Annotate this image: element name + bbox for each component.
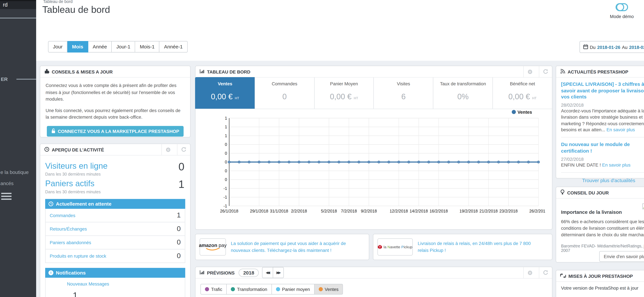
refresh-icon <box>543 270 548 275</box>
kpi-tab-panier-moyen[interactable]: Panier Moyen 0,00 € HT <box>314 78 374 109</box>
menu-collapse-icon[interactable] <box>1 193 12 200</box>
date-range-picker[interactable]: Du 2018-01-26 Au 2018-02-26 ▼ <box>580 41 644 53</box>
calendar-icon <box>583 44 588 50</box>
panel-tdb-header: TABLEAU DE BORD ⚙ <box>196 66 552 78</box>
pending-returns-link[interactable]: Retours/Échanges <box>50 227 87 231</box>
filter-annee-1-button[interactable]: Année-1 <box>160 41 188 52</box>
legend-toggle-ventes[interactable]: Ventes <box>314 284 343 295</box>
kpi-suffix: HT <box>532 96 536 100</box>
panel-tdb-title: TABLEAU DE BORD <box>207 69 250 74</box>
legend-toggle-panier-moyen[interactable]: Panier moyen <box>272 284 314 295</box>
kpi-value: 6 <box>401 92 406 101</box>
svg-text:-1: -1 <box>224 186 227 191</box>
kpi-tab-ventes[interactable]: Ventes 0,00 € HT <box>195 77 255 109</box>
sidebar: rd ER e la boutique ancés <box>0 0 36 297</box>
apercu-refresh-button[interactable] <box>177 144 190 155</box>
date-range-prefix: Du <box>590 44 596 49</box>
filter-annee-button[interactable]: Année <box>88 41 112 52</box>
out-of-stock-value: 0 <box>177 252 181 260</box>
svg-text:16/2/2018: 16/2/2018 <box>430 209 448 213</box>
legend-toggle-trafic[interactable]: Trafic <box>200 284 227 295</box>
date-range-mid: Au <box>622 44 628 49</box>
svg-text:0: 0 <box>225 177 227 182</box>
conseils-paragraph-1: Connectez vous à votre compte dès à prés… <box>46 82 185 102</box>
gear-icon: ⚙ <box>528 69 532 74</box>
next-year-button[interactable]: ▶▶ <box>273 267 284 278</box>
kpi-value: 0,00 € <box>211 92 233 101</box>
previous-year-button[interactable]: ◀◀ <box>262 267 273 278</box>
list-item: Paniers abandonnés 0 <box>46 236 185 250</box>
news-item-text: ENFIN UNE DATE ! En savoir plus <box>561 162 644 168</box>
kpi-suffix: HT <box>235 96 239 100</box>
period-filter-group: Jour Mois Année Jour-1 Mois-1 Année-1 <box>48 41 188 52</box>
demo-mode-label: Mode démo <box>610 14 634 19</box>
list-item: Retours/Échanges 0 <box>46 222 185 236</box>
sidebar-item-shop-parameters[interactable]: e la boutique <box>0 170 29 175</box>
list-item: Commandes 1 <box>46 209 185 223</box>
divider <box>561 172 644 173</box>
metric-carts-link[interactable]: Paniers actifs <box>45 179 185 188</box>
tip-heading: Importance de la livraison <box>561 199 644 215</box>
clock-icon <box>44 147 49 152</box>
kpi-label: Visites <box>374 81 433 86</box>
tdb-settings-button[interactable]: ⚙ <box>523 66 536 77</box>
notifications-card: Nouveaux Messages 1 <box>45 278 185 297</box>
filter-mois-button[interactable]: Mois <box>68 41 88 52</box>
demo-mode-toggle[interactable]: Mode démo <box>610 3 634 19</box>
svg-text:23/2/2018: 23/2/2018 <box>500 209 518 213</box>
filter-mois-1-button[interactable]: Mois-1 <box>135 41 160 52</box>
ventes-dot-icon <box>318 287 323 291</box>
previsions-settings-button[interactable]: ⚙ <box>523 267 536 278</box>
apercu-settings-button[interactable]: ⚙ <box>162 144 175 155</box>
kpi-tab-visites[interactable]: Visites 6 <box>374 78 434 109</box>
ad-navette-text[interactable]: Livraison de relais à relais, en 24/48h … <box>418 240 541 254</box>
double-arrow-left-icon: ◀◀ <box>266 271 269 275</box>
previsions-legend-group: Trafic Transformation Panier moyen Vente… <box>200 284 343 295</box>
metric-visitors-value: 0 <box>178 160 184 173</box>
new-messages-value: 1 <box>73 291 185 297</box>
find-more-news-link[interactable]: Trouver plus d'actualités <box>561 178 644 183</box>
know-more-button[interactable]: Envie d'en savoir plus ? <box>599 251 644 262</box>
ad-navette-pickup[interactable]: la Navette Pickup Livraison de relais à … <box>373 234 552 260</box>
read-more-link[interactable]: En savoir plus <box>606 127 635 132</box>
pending-orders-link[interactable]: Commandes <box>50 213 76 218</box>
previsions-refresh-button[interactable] <box>539 267 552 278</box>
svg-text:-1: -1 <box>224 195 227 199</box>
amazon-logo-text: amazon <box>199 243 217 248</box>
svg-text:12/2/2018: 12/2/2018 <box>390 209 408 213</box>
legend-label: Trafic <box>211 287 222 292</box>
svg-text:29/1/2018: 29/1/2018 <box>250 209 268 213</box>
kpi-tab-commandes[interactable]: Commandes 0 <box>255 78 314 109</box>
list-item: Produits en rupture de stock 0 <box>46 249 185 263</box>
trafic-dot-icon <box>205 287 209 291</box>
kpi-tab-benefice-net[interactable]: Bénéfice net 0,00 € HT <box>493 78 552 109</box>
ad-amazon-pay[interactable]: amazon pay La solution de paiement qui p… <box>195 234 369 260</box>
news-item-title[interactable]: Du nouveau sur le module de certificatio… <box>561 142 644 154</box>
read-more-link[interactable]: En savoir plus <box>602 162 630 167</box>
ad-amazon-text[interactable]: La solution de paiement qui peut vous ai… <box>231 240 362 254</box>
abandoned-carts-link[interactable]: Paniers abandonnés <box>50 240 91 245</box>
sidebar-item-advanced-parameters[interactable]: ancés <box>0 181 14 186</box>
out-of-stock-link[interactable]: Produits en rupture de stock <box>50 254 106 259</box>
kpi-tab-taux-transformation[interactable]: Taux de transformation 0% <box>434 78 493 109</box>
filter-jour-1-button[interactable]: Jour-1 <box>112 41 135 52</box>
bar-chart-icon <box>200 270 204 276</box>
metric-visitors-link[interactable]: Visiteurs en ligne <box>45 161 185 171</box>
tdb-refresh-button[interactable] <box>539 66 552 77</box>
marketplace-connect-button[interactable]: CONNECTEZ VOUS A LA MARKETPLACE PRESTASH… <box>47 126 184 136</box>
svg-text:7/2/2018: 7/2/2018 <box>341 209 357 213</box>
sidebar-item-dashboard-active[interactable]: rd <box>0 1 36 9</box>
svg-text:1: 1 <box>225 116 227 120</box>
news-item-title[interactable]: [SPECIAL LIVRAISON] - 3 chiffres à savoi… <box>561 81 644 100</box>
year-selector[interactable]: 2018 <box>239 269 259 277</box>
new-messages-link[interactable]: Nouveaux Messages <box>67 282 185 286</box>
toggle-off-icon[interactable] <box>615 6 628 13</box>
pending-section-header: Actuellement en attente <box>45 199 185 209</box>
panel-conseils-title: CONSEILS & MISES A JOUR <box>52 69 113 74</box>
refresh-icon <box>543 69 548 74</box>
filter-jour-button[interactable]: Jour <box>48 41 68 52</box>
date-to: 2018-02-26 <box>629 44 644 49</box>
kpi-label: Commandes <box>255 81 314 86</box>
legend-toggle-transformation[interactable]: Transformation <box>227 284 272 295</box>
double-arrow-right-icon: ▶▶ <box>276 271 280 275</box>
